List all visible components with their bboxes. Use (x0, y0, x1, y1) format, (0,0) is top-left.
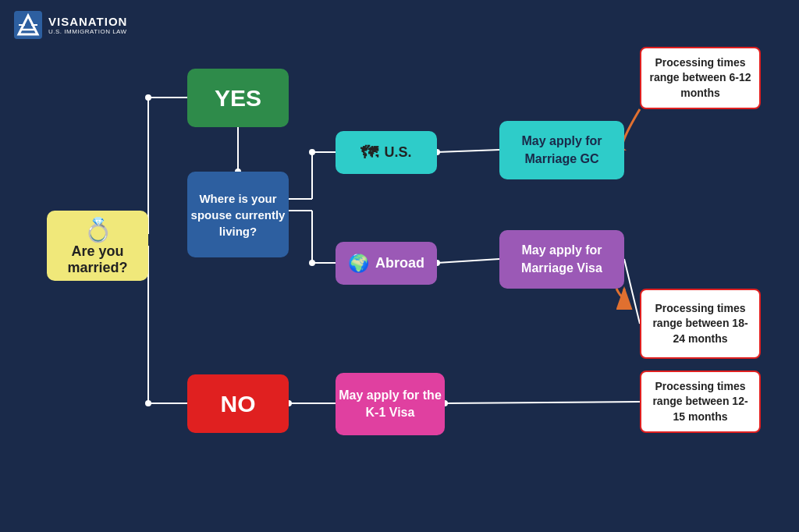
svg-line-25 (437, 259, 499, 263)
k1-time-label: Processing times range between 12-15 mon… (648, 379, 753, 425)
no-node: NO (187, 374, 289, 433)
abroad-label: Abroad (375, 255, 424, 271)
gc-time-label: Processing times range between 6-12 mont… (648, 55, 753, 101)
svg-point-18 (309, 149, 315, 155)
yes-label: YES (215, 85, 261, 112)
k1-processing-info: Processing times range between 12-15 mon… (640, 371, 761, 433)
k1-node: May apply for the K-1 Visa (336, 373, 445, 435)
svg-point-22 (309, 260, 315, 266)
gc-processing-info: Processing times range between 6-12 mont… (640, 47, 761, 109)
us-map-icon: 🗺 (360, 143, 378, 163)
marriage-visa-label: May apply for Marriage Visa (499, 242, 624, 277)
svg-line-23 (437, 150, 499, 152)
logo: VISANATION U.S. IMMIGRATION LAW (14, 11, 127, 39)
married-label: Are you married? (67, 243, 127, 275)
where-label: Where is your spouse currently living? (187, 190, 289, 239)
marriage-visa-processing-info: Processing times range between 18-24 mon… (640, 289, 761, 359)
logo-tagline: U.S. IMMIGRATION LAW (48, 28, 127, 35)
abroad-node: 🌍 Abroad (336, 242, 437, 285)
globe-icon: 🌍 (348, 254, 369, 274)
marriage-gc-node: May apply for Marriage GC (499, 121, 624, 179)
svg-point-8 (145, 94, 151, 101)
svg-line-29 (445, 402, 640, 403)
us-label: U.S. (384, 144, 411, 161)
k1-label: May apply for the K-1 Visa (336, 387, 445, 422)
us-node: 🗺 U.S. (336, 131, 437, 174)
ring-icon: 💍 (47, 216, 148, 243)
yes-node: YES (187, 69, 289, 127)
svg-point-14 (145, 400, 151, 406)
married-question-node: 💍 Are you married? (47, 211, 148, 281)
marriage-visa-time-label: Processing times range between 18-24 mon… (648, 301, 753, 347)
where-node: Where is your spouse currently living? (187, 172, 289, 257)
no-label: NO (221, 391, 256, 417)
marriage-visa-node: May apply for Marriage Visa (499, 230, 624, 289)
marriage-gc-label: May apply for Marriage GC (499, 133, 624, 168)
logo-brand: VISANATION (48, 15, 127, 28)
svg-line-31 (624, 259, 640, 324)
